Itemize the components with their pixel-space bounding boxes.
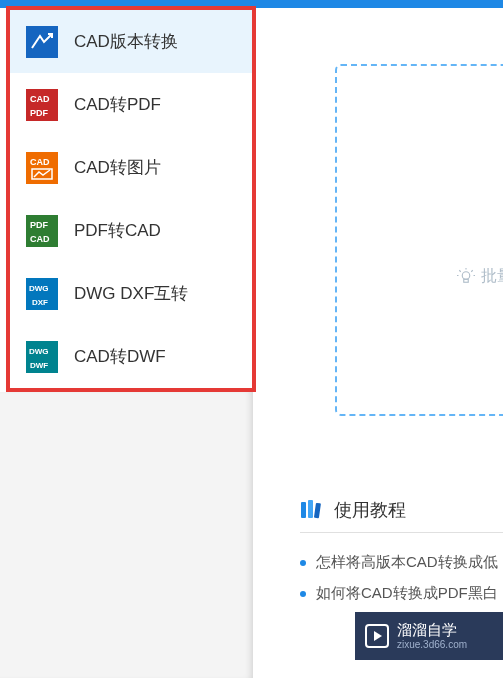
svg-text:DWG: DWG <box>29 284 49 293</box>
sidebar-item-label: CAD版本转换 <box>74 30 178 53</box>
svg-text:DWF: DWF <box>30 361 48 370</box>
drop-hint-text: 批量 <box>481 266 503 287</box>
dwg-dxf-icon: DWGDXF <box>26 278 58 310</box>
svg-line-18 <box>459 270 461 272</box>
svg-text:CAD: CAD <box>30 157 50 167</box>
tutorial-link-text: 怎样将高版本CAD转换成低 <box>316 553 498 572</box>
watermark-subtitle: zixue.3d66.com <box>397 639 467 651</box>
svg-text:PDF: PDF <box>30 220 49 230</box>
file-drop-zone[interactable]: 批量 <box>335 64 503 416</box>
svg-rect-24 <box>308 500 313 518</box>
svg-text:CAD: CAD <box>30 234 50 244</box>
svg-rect-25 <box>314 503 321 519</box>
watermark-badge: 溜溜自学 zixue.3d66.com <box>355 612 503 660</box>
svg-line-19 <box>471 270 473 272</box>
sidebar-item-label: DWG DXF互转 <box>74 282 188 305</box>
svg-text:DWG: DWG <box>29 347 49 356</box>
svg-text:PDF: PDF <box>30 108 49 118</box>
play-icon <box>365 624 389 648</box>
sidebar: CAD版本转换 CADPDF CAD转PDF CAD CAD转图片 PDFCAD… <box>6 6 256 392</box>
tutorial-header: 使用教程 <box>300 498 503 533</box>
svg-rect-22 <box>464 279 469 282</box>
tutorial-link[interactable]: 怎样将高版本CAD转换成低 <box>300 547 503 578</box>
cad-to-image-icon: CAD <box>26 152 58 184</box>
sidebar-item-label: CAD转PDF <box>74 93 161 116</box>
pdf-to-cad-icon: PDFCAD <box>26 215 58 247</box>
tutorial-link[interactable]: 如何将CAD转换成PDF黑白 <box>300 578 503 609</box>
svg-rect-0 <box>26 26 58 58</box>
sidebar-item-label: CAD转图片 <box>74 156 161 179</box>
sidebar-item-cad-pdf[interactable]: CADPDF CAD转PDF <box>10 73 252 136</box>
sidebar-item-dwg-dxf[interactable]: DWGDXF DWG DXF互转 <box>10 262 252 325</box>
svg-text:CAD: CAD <box>30 94 50 104</box>
tutorial-link-text: 如何将CAD转换成PDF黑白 <box>316 584 498 603</box>
books-icon <box>300 500 324 520</box>
main-content: 批量 使用教程 怎样将高版本CAD转换成低 如何将CAD转换成PDF黑白 <box>260 8 503 678</box>
sidebar-item-label: CAD转DWF <box>74 345 166 368</box>
tutorial-section: 使用教程 怎样将高版本CAD转换成低 如何将CAD转换成PDF黑白 <box>300 498 503 609</box>
lightbulb-icon <box>457 268 475 286</box>
bullet-icon <box>300 560 306 566</box>
svg-text:DXF: DXF <box>32 298 48 307</box>
drop-hint: 批量 <box>337 266 503 287</box>
svg-rect-23 <box>301 502 306 518</box>
sidebar-item-cad-version[interactable]: CAD版本转换 <box>10 10 252 73</box>
bullet-icon <box>300 591 306 597</box>
sidebar-background <box>0 392 253 678</box>
sidebar-item-label: PDF转CAD <box>74 219 161 242</box>
watermark-title: 溜溜自学 <box>397 621 467 639</box>
cad-version-icon <box>26 26 58 58</box>
tutorial-title: 使用教程 <box>334 498 406 522</box>
sidebar-item-cad-image[interactable]: CAD CAD转图片 <box>10 136 252 199</box>
cad-to-dwf-icon: DWGDWF <box>26 341 58 373</box>
cad-to-pdf-icon: CADPDF <box>26 89 58 121</box>
sidebar-item-cad-dwf[interactable]: DWGDWF CAD转DWF <box>10 325 252 388</box>
svg-point-16 <box>462 271 470 279</box>
sidebar-item-pdf-cad[interactable]: PDFCAD PDF转CAD <box>10 199 252 262</box>
